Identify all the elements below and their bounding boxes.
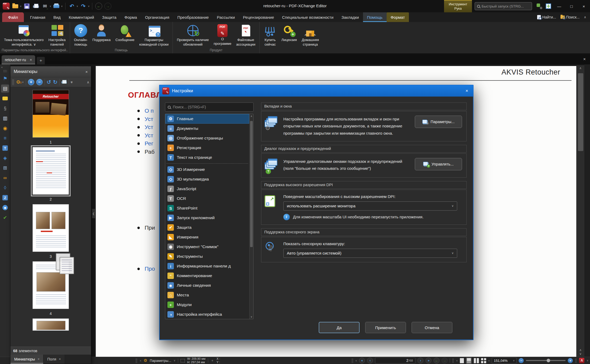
zoom-out-button[interactable]: −	[519, 358, 524, 363]
menu-главная[interactable]: Главная	[26, 12, 49, 22]
search-button[interactable]: Поиск...	[560, 15, 580, 19]
thumbnail-item[interactable]	[29, 318, 72, 331]
panel-tab-close-icon[interactable]: ×	[38, 357, 39, 361]
settings-search[interactable]	[165, 102, 254, 112]
thumbnail-page-1[interactable]: Retoucher	[32, 90, 69, 138]
nav-back-icon[interactable]: ←	[95, 2, 103, 10]
toc-item-text[interactable]: Про	[145, 266, 155, 272]
zoom-out-thumbnails-button[interactable]: −	[36, 79, 43, 85]
collapse-ribbon-icon[interactable]: ∧	[584, 15, 586, 19]
document-parts-icon[interactable]: ▥	[1, 114, 9, 122]
scrollbar-thumb[interactable]	[578, 73, 583, 151]
zoom-collapse-icon[interactable]: «	[488, 359, 490, 362]
toc-item[interactable]: Уст	[137, 115, 155, 123]
thumbnails-icon[interactable]: ▤	[1, 84, 9, 93]
structure-icon[interactable]: ⊞	[1, 164, 9, 172]
toc-item[interactable]: Уст	[137, 131, 155, 140]
ribbon-button-theme[interactable]: Тема пользовательского интерфейса. ∨	[2, 23, 46, 48]
tags-icon[interactable]: ◊	[1, 184, 9, 192]
toc-item[interactable]: Уст	[137, 123, 155, 131]
settings-category-текст-на-странице[interactable]: TТекст на странице	[165, 153, 249, 162]
list-scroll-up-icon[interactable]: ∧	[250, 115, 253, 117]
panel-tab-миниатюры[interactable]: Миниатюры×	[10, 355, 43, 364]
scroll-down-icon[interactable]: ∨	[577, 352, 584, 356]
menu-рецензирование[interactable]: Рецензирование	[239, 12, 278, 22]
section-button-1[interactable]: Управлять...	[415, 158, 462, 170]
layers-icon[interactable]: ≡	[1, 134, 9, 142]
ribbon-button-check-updates[interactable]: Проверить наличие обновлений	[174, 23, 211, 48]
menu-закладки[interactable]: Закладки	[338, 12, 363, 22]
links-icon[interactable]: ∞	[1, 174, 9, 182]
last-page-button[interactable]: »	[426, 358, 431, 363]
pdf-logo-icon[interactable]	[2, 2, 10, 10]
menu-вид[interactable]: Вид	[49, 12, 65, 22]
settings-category-инструменты[interactable]: ✎Инструменты	[165, 252, 249, 261]
ribbon-button-license-key[interactable]: Лицензия	[279, 23, 299, 43]
menu-защита[interactable]: Защита	[98, 12, 120, 22]
dialog-button-применить[interactable]: Применить	[365, 322, 406, 333]
ribbon-button-panels[interactable]: Настройка панелей	[46, 23, 68, 48]
settings-category-sharepoint[interactable]: SSharePoint	[165, 203, 249, 213]
previous-page-button[interactable]: ‹	[367, 358, 373, 363]
rotate-cw-button[interactable]: ↻	[53, 79, 57, 85]
attachments-icon[interactable]: §	[1, 104, 9, 112]
settings-category-места[interactable]: ⌂Места	[165, 290, 249, 300]
settings-category-3d-измерение[interactable]: ◇3D Измерение	[165, 165, 249, 174]
menu-преобразование[interactable]: Преобразование	[173, 12, 213, 22]
settings-category-комментирование[interactable]: “Комментирование	[165, 271, 249, 281]
menu-специальные-возможности[interactable]: Специальные возможности	[278, 12, 338, 22]
find-button[interactable]: Найти...	[537, 15, 556, 19]
next-page-button[interactable]: ›	[417, 358, 423, 363]
signatures-icon[interactable]: ◉	[1, 124, 9, 132]
save-icon[interactable]	[23, 2, 31, 10]
settings-category-отображение-страницы[interactable]: ◎Отображение страницы	[165, 133, 249, 143]
minimize-button[interactable]: —	[553, 0, 565, 12]
mail-send-icon[interactable]: ✉	[41, 2, 49, 10]
session-grid-button[interactable]	[544, 0, 553, 12]
dialog-close-icon[interactable]: ×	[463, 88, 470, 94]
single-page-layout-button[interactable]	[460, 358, 464, 363]
list-scroll-down-icon[interactable]: ∨	[250, 315, 253, 318]
scroll-up-icon[interactable]: ∧	[577, 66, 584, 70]
current-tool-indicator[interactable]: Инструмент Рука	[444, 0, 472, 12]
content-icon[interactable]: T	[1, 144, 9, 152]
panel-close-icon[interactable]: ×	[85, 69, 88, 74]
profiles-button[interactable]	[535, 0, 544, 12]
menu-форма[interactable]: Форма	[120, 12, 141, 22]
settings-search-input[interactable]	[173, 105, 251, 109]
settings-category-документы[interactable]: ≡Документы	[165, 124, 249, 133]
grid-layout-button[interactable]	[481, 358, 486, 363]
toc-item-text[interactable]: Уст	[145, 132, 153, 139]
settings-category-javascript[interactable]: ƒJavaScript	[165, 184, 249, 194]
list-scroll-thumb[interactable]	[250, 121, 253, 247]
panel-drag-handle[interactable]	[12, 79, 14, 85]
expand-all-icon[interactable]: »	[70, 81, 74, 83]
section-select-2[interactable]: использовать расширение монитора∨	[283, 201, 457, 211]
close-button[interactable]: ×	[578, 0, 590, 12]
settings-category-инструмент-снимок-[interactable]: ◉Инструмент "Снимок"	[165, 242, 249, 252]
dialog-title-bar[interactable]: Настройки ×	[160, 85, 473, 97]
zoom-in-thumbnails-button[interactable]: +	[28, 79, 34, 85]
print-icon[interactable]	[32, 2, 40, 10]
thumbnail-item[interactable]: Retoucher1	[29, 90, 72, 144]
quick-launch-input[interactable]	[482, 4, 530, 8]
settings-category-ocr[interactable]: TOCR	[165, 194, 249, 203]
ribbon-button-bug-report[interactable]: Сообщение	[113, 23, 137, 43]
layout-drag-handle[interactable]	[452, 358, 454, 363]
ribbon-button-home-page[interactable]: Домашняя страница	[299, 23, 321, 48]
zoom-in-button[interactable]: +	[568, 358, 573, 363]
zoom-slider[interactable]	[526, 360, 566, 361]
drag-handle[interactable]	[3, 70, 7, 72]
nav-forward-icon[interactable]: →	[104, 2, 112, 10]
ribbon-button-buy-now[interactable]: Купить сейчас	[261, 23, 279, 48]
toc-item-text[interactable]: Уст	[145, 116, 153, 122]
rotate-ccw-button[interactable]: ↺	[47, 79, 51, 85]
destinations-icon[interactable]: ◈	[1, 154, 9, 162]
collapse-panels-icon[interactable]: «	[0, 65, 3, 69]
scan-icon[interactable]	[52, 2, 60, 10]
adobe-pdf-icon[interactable]: Λ	[579, 358, 584, 363]
section-button-0[interactable]: Параметры...	[415, 116, 462, 128]
toc-item[interactable]: Раб	[137, 148, 155, 156]
toc-item-text[interactable]: Рег	[145, 140, 153, 147]
settings-category-личные-сведения[interactable]: ☻Личные сведения	[165, 281, 249, 290]
